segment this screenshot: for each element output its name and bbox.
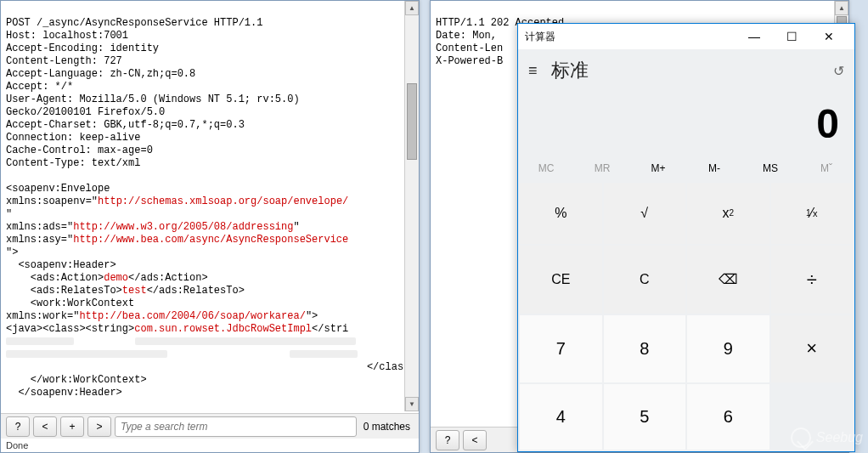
req-h5: Accept: */*	[6, 81, 73, 93]
status-text: Done	[1, 439, 419, 452]
body-l6a: <ads:RelatesTo>	[6, 285, 122, 297]
censored-4	[290, 350, 358, 358]
url-ads: http://www.w3.org/2005/08/addressing	[73, 221, 293, 233]
search-input[interactable]	[115, 416, 357, 437]
num-9-key[interactable]: 9	[687, 315, 769, 383]
val-action: demo	[104, 272, 128, 284]
reciprocal-key[interactable]: 1⁄x	[771, 183, 854, 244]
prev-button[interactable]: <	[33, 416, 57, 437]
req-h2: Accept-Encoding: identity	[6, 42, 159, 54]
val-relates: test	[122, 285, 147, 297]
backspace-key[interactable]: ⌫	[687, 246, 769, 314]
body-l1a: <soapenv:Envelope	[6, 183, 110, 195]
clear-entry-key[interactable]: CE	[520, 246, 602, 314]
res-l1: Date: Mon,	[436, 30, 497, 42]
request-toolbar: ? < + > 0 matches	[1, 413, 419, 439]
body-l9c: </stri	[312, 323, 348, 335]
attr-soapenv: xmlns:soapenv	[6, 195, 86, 207]
body-l13: </work:WorkContext>	[6, 374, 147, 386]
watermark-text: Seebug	[816, 430, 863, 445]
body-l9a: <java><class><string>	[6, 323, 134, 335]
req-h10: Cache-Control: max-age=0	[6, 144, 153, 156]
mem-recall[interactable]: MR	[574, 156, 630, 181]
url-asy: http://www.bea.com/async/AsyncResponseSe…	[73, 234, 348, 246]
req-h3: Content-Length: 727	[6, 55, 122, 67]
url-soapenv: http://schemas.xmlsoap.org/soap/envelope…	[98, 195, 348, 207]
calc-titlebar[interactable]: 计算器 — ☐ ✕	[518, 24, 854, 49]
help-button[interactable]: ?	[6, 416, 30, 437]
divide-key[interactable]: ÷	[771, 246, 854, 314]
body-l5a: <ads:Action>	[6, 272, 104, 284]
calculator-window: 计算器 — ☐ ✕ ≡ 标准 ↺ 0 MC MR M+ M- MS Mˇ % √…	[517, 23, 855, 452]
req-h11: Content-Type: text/xml	[6, 157, 140, 169]
plus-button[interactable]: +	[60, 416, 84, 437]
req-h7: Gecko/20100101 Firefox/5.0	[6, 106, 165, 118]
req-h8: Accept-Charset: GBK,utf-8;q=0.7,*;q=0.3	[6, 119, 245, 131]
body-l8c: >	[312, 310, 318, 322]
body-l4: <soapenv:Header>	[6, 259, 116, 271]
history-icon[interactable]: ↺	[833, 63, 844, 79]
mem-store[interactable]: MS	[742, 156, 798, 181]
req-h1: Host: localhost:7001	[6, 30, 128, 42]
calc-header: ≡ 标准 ↺	[518, 49, 854, 92]
res-l2: Content-Len	[436, 42, 503, 54]
val-class: com.sun.rowset.JdbcRowSetImpl	[134, 323, 312, 335]
maximize-button[interactable]: ☐	[773, 24, 810, 49]
scroll-down-icon[interactable]: ▼	[405, 397, 419, 411]
mem-plus[interactable]: M+	[630, 156, 686, 181]
calc-mode: 标准	[551, 58, 589, 83]
mem-list[interactable]: Mˇ	[798, 156, 854, 181]
num-7-key[interactable]: 7	[520, 315, 602, 383]
censored-3	[6, 350, 167, 358]
scroll-up-icon[interactable]: ▲	[405, 1, 419, 15]
req-h6: User-Agent: Mozilla/5.0 (Windows NT 5.1;…	[6, 93, 300, 105]
num-5-key[interactable]: 5	[604, 384, 686, 450]
num-6-key[interactable]: 6	[687, 384, 769, 450]
sqrt-key[interactable]: √	[604, 183, 686, 244]
req-h9: Connection: keep-alive	[6, 132, 140, 144]
censored-1	[6, 337, 74, 345]
percent-key[interactable]: %	[520, 183, 602, 244]
url-work: http://bea.com/2004/06/soap/workarea/	[79, 310, 305, 322]
body-l14: </soapenv:Header>	[6, 387, 122, 399]
calc-display: 0	[518, 92, 854, 156]
next-button[interactable]: >	[87, 416, 111, 437]
minimize-button[interactable]: —	[736, 24, 773, 49]
keypad: % √ x2 1⁄x CE C ⌫ ÷ 7 8 9 × 4 5 6	[518, 181, 854, 451]
attr-asy: xmlns:asy	[6, 234, 61, 246]
match-count: 0 matches	[360, 421, 414, 433]
request-scrollbar[interactable]: ▲ ▼	[404, 1, 419, 411]
seebug-icon	[791, 428, 811, 448]
request-pane: POST /_async/AsyncResponseService HTTP/1…	[0, 0, 420, 453]
num-8-key[interactable]: 8	[604, 315, 686, 383]
mem-clear[interactable]: MC	[518, 156, 574, 181]
scroll-up-icon[interactable]: ▲	[835, 1, 848, 15]
menu-icon[interactable]: ≡	[528, 62, 538, 80]
body-l5c: </ads:Action>	[128, 272, 208, 284]
req-h4: Accept-Language: zh-CN,zh;q=0.8	[6, 68, 195, 80]
req-h0: POST /_async/AsyncResponseService HTTP/1…	[6, 17, 262, 29]
scroll-thumb[interactable]	[407, 83, 417, 160]
body-l6c: </ads:RelatesTo>	[147, 285, 245, 297]
close-button[interactable]: ✕	[810, 24, 848, 49]
body-l7: <work:WorkContext	[6, 297, 134, 309]
watermark: Seebug	[791, 428, 863, 448]
prev-button[interactable]: <	[463, 430, 487, 450]
request-code[interactable]: POST /_async/AsyncResponseService HTTP/1…	[1, 1, 419, 413]
attr-ads: xmlns:ads	[6, 221, 61, 233]
clear-key[interactable]: C	[604, 246, 686, 314]
res-l3: X-Powered-B	[436, 55, 503, 67]
calc-title-text: 计算器	[525, 30, 555, 44]
num-4-key[interactable]: 4	[520, 384, 602, 450]
multiply-key[interactable]: ×	[771, 315, 854, 383]
help-button[interactable]: ?	[436, 430, 459, 450]
memory-row: MC MR M+ M- MS Mˇ	[518, 156, 854, 181]
attr-work: xmlns:work	[6, 310, 67, 322]
mem-minus[interactable]: M-	[686, 156, 742, 181]
square-key[interactable]: x2	[687, 183, 769, 244]
censored-2	[135, 337, 356, 345]
